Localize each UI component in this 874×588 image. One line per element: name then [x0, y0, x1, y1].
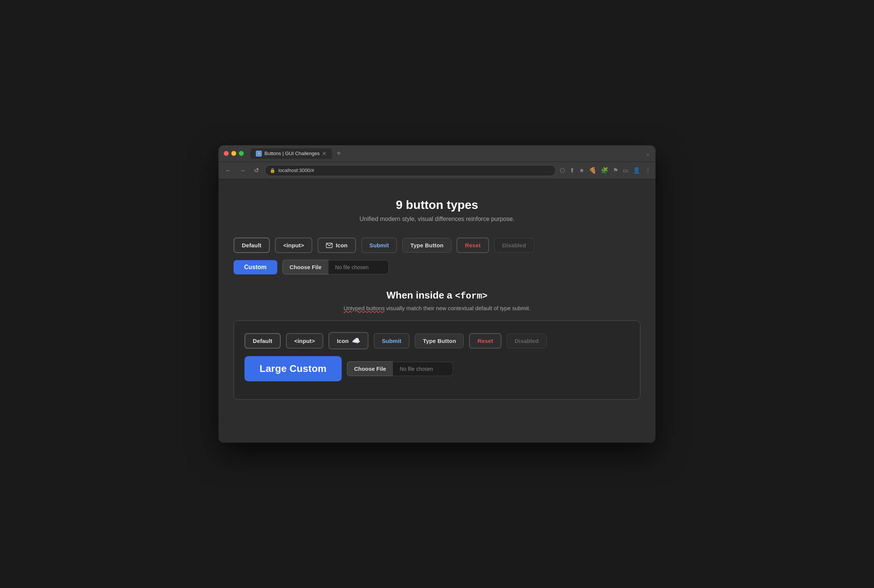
form-no-file-chosen-label: No file chosen [393, 362, 453, 376]
browser-window: 🔘 Buttons | GUI Challenges ✕ + ⌄ ← → ↺ 🔒… [218, 145, 656, 443]
untyped-buttons-text: Untyped buttons [344, 305, 385, 311]
form-code-tag: <form> [455, 291, 487, 301]
form-section-subtitle: Untyped buttons visually match their new… [234, 305, 640, 311]
form-box: Default <input> Icon ☁️ Submit Type Butt… [234, 320, 640, 400]
default-button[interactable]: Default [234, 238, 270, 253]
tab-area: 🔘 Buttons | GUI Challenges ✕ + [251, 148, 643, 159]
pizza-icon[interactable]: 🍕 [589, 167, 596, 174]
tab-close-button[interactable]: ✕ [322, 151, 327, 157]
active-tab[interactable]: 🔘 Buttons | GUI Challenges ✕ [251, 148, 332, 159]
maximize-button[interactable] [239, 151, 244, 156]
profile-icon[interactable]: 👤 [633, 167, 640, 174]
form-disabled-button: Disabled [507, 334, 547, 348]
submit-button[interactable]: Submit [361, 238, 397, 253]
form-section-title: When inside a <form> [234, 289, 640, 301]
minimize-button[interactable] [231, 151, 236, 156]
form-section-title-plain: When inside a [387, 289, 455, 301]
cloud-icon: ☁️ [352, 337, 360, 345]
tab-favicon: 🔘 [256, 151, 262, 157]
top-file-row: Custom Choose File No file chosen [234, 260, 640, 274]
secure-icon: 🔒 [270, 168, 275, 173]
input-button[interactable]: <input> [275, 238, 312, 253]
reset-button[interactable]: Reset [457, 238, 489, 253]
new-tab-button[interactable]: + [334, 149, 343, 158]
large-custom-button[interactable]: Large Custom [244, 356, 342, 381]
form-file-row: Large Custom Choose File No file chosen [244, 356, 630, 381]
toolbar-icons: ⬡ ⬆ ★ 🍕 🧩 ⚑ ▭ 👤 ⋮ [560, 167, 651, 174]
form-file-input-wrapper: Choose File No file chosen [347, 361, 453, 376]
form-icon-button-label: Icon [337, 338, 348, 344]
choose-file-button[interactable]: Choose File [283, 260, 329, 274]
bookmark-icon[interactable]: ★ [579, 167, 584, 174]
page-content: 9 button types Unified modern style, vis… [218, 179, 656, 443]
tab-title: Buttons | GUI Challenges [264, 151, 319, 156]
share-icon[interactable]: ⬆ [570, 167, 575, 174]
envelope-icon [326, 243, 333, 248]
traffic-lights [224, 151, 244, 156]
address-bar[interactable]: 🔒 localhost:3000/# [265, 165, 556, 176]
top-button-row: Default <input> Icon Submit Type Button … [234, 238, 640, 253]
page-subtitle: Unified modern style, visual differences… [234, 216, 640, 222]
tab-dropdown-icon[interactable]: ⌄ [646, 151, 650, 157]
more-menu-icon[interactable]: ⋮ [645, 167, 651, 174]
forward-button[interactable]: → [237, 166, 248, 175]
form-icon-btn-inner: Icon ☁️ [337, 337, 360, 345]
form-section-subtitle-rest: visually match their new contextual defa… [385, 305, 530, 311]
address-text: localhost:3000/# [278, 168, 314, 173]
form-icon-button[interactable]: Icon ☁️ [329, 332, 368, 349]
close-button[interactable] [224, 151, 229, 156]
type-button[interactable]: Type Button [402, 238, 451, 253]
reload-button[interactable]: ↺ [252, 165, 261, 175]
sidebar-icon[interactable]: ▭ [623, 167, 628, 174]
navbar: ← → ↺ 🔒 localhost:3000/# ⬡ ⬆ ★ 🍕 🧩 ⚑ ▭ 👤… [218, 162, 656, 179]
form-default-button[interactable]: Default [244, 333, 281, 349]
form-button-row: Default <input> Icon ☁️ Submit Type Butt… [244, 332, 630, 349]
disabled-button: Disabled [494, 238, 534, 253]
form-choose-file-button[interactable]: Choose File [347, 361, 393, 376]
no-file-chosen-label: No file chosen [329, 260, 389, 274]
icon-button[interactable]: Icon [318, 238, 356, 253]
form-type-button[interactable]: Type Button [415, 334, 464, 348]
page-header: 9 button types Unified modern style, vis… [234, 198, 640, 222]
form-submit-button[interactable]: Submit [374, 333, 410, 349]
open-external-icon[interactable]: ⬡ [560, 167, 565, 174]
back-button[interactable]: ← [223, 166, 234, 175]
flag-icon[interactable]: ⚑ [613, 167, 618, 174]
page-title: 9 button types [234, 198, 640, 212]
file-input-wrapper: Choose File No file chosen [283, 260, 389, 274]
icon-button-label: Icon [336, 242, 347, 248]
titlebar: 🔘 Buttons | GUI Challenges ✕ + ⌄ [218, 145, 656, 162]
form-input-button[interactable]: <input> [286, 333, 323, 349]
custom-button[interactable]: Custom [234, 260, 277, 274]
form-reset-button[interactable]: Reset [469, 333, 501, 349]
form-section-header: When inside a <form> Untyped buttons vis… [234, 289, 640, 311]
extensions-icon[interactable]: 🧩 [601, 167, 608, 174]
